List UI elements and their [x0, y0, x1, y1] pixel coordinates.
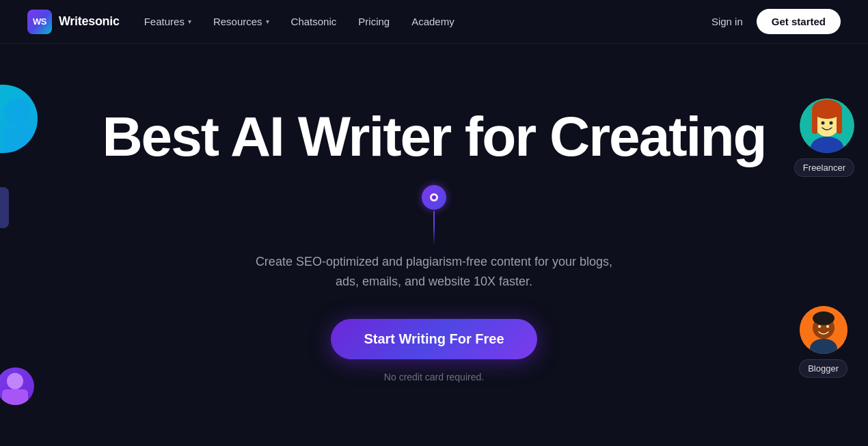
nav-item-pricing[interactable]: Pricing	[358, 16, 390, 27]
chevron-down-icon: ▾	[266, 18, 269, 25]
nav-right: Sign in Get started	[711, 9, 841, 34]
cursor-animation	[422, 185, 446, 245]
sign-in-button[interactable]: Sign in	[711, 16, 743, 27]
svg-point-17	[813, 311, 835, 325]
blogger-avatar-image	[800, 306, 847, 354]
svg-point-13	[830, 122, 833, 125]
navbar: WS Writesonic Features ▾ Resources ▾ Cha…	[0, 0, 868, 44]
get-started-button[interactable]: Get started	[757, 9, 841, 34]
svg-point-12	[822, 122, 825, 125]
svg-rect-11	[837, 113, 842, 134]
avatar-left-bottom	[0, 367, 34, 405]
blogger-face-svg	[800, 306, 847, 354]
svg-point-2	[7, 373, 23, 389]
avatar-blogger-group: Blogger	[799, 306, 847, 378]
cursor-svg-icon	[428, 191, 440, 204]
avatar-left-top	[0, 85, 38, 153]
nav-item-resources[interactable]: Resources ▾	[213, 16, 269, 27]
logo-icon: WS	[27, 10, 52, 34]
freelancer-avatar-image	[800, 98, 854, 153]
cursor-line	[433, 211, 435, 245]
nav-left: WS Writesonic Features ▾ Resources ▾ Cha…	[27, 10, 455, 34]
cta-button[interactable]: Start Writing For Free	[331, 319, 537, 359]
logo[interactable]: WS Writesonic	[27, 10, 120, 34]
svg-point-5	[432, 195, 436, 199]
chevron-down-icon: ▾	[188, 18, 191, 25]
left-avatar-illustration	[0, 85, 38, 153]
hero-subtitle: Create SEO-optimized and plagiarism-free…	[249, 252, 619, 292]
svg-point-0	[3, 98, 31, 126]
freelancer-face-svg	[800, 98, 854, 153]
blogger-label: Blogger	[799, 359, 847, 378]
nav-links: Features ▾ Resources ▾ Chatsonic Pricing…	[144, 16, 455, 27]
nav-item-chatsonic[interactable]: Chatsonic	[291, 16, 337, 27]
nav-item-features[interactable]: Features ▾	[144, 16, 191, 27]
cursor-icon	[422, 185, 446, 210]
svg-point-19	[826, 325, 829, 328]
svg-point-18	[818, 325, 821, 328]
logo-text: Writesonic	[59, 14, 120, 29]
hero-title: Best AI Writer for Creating	[102, 107, 765, 166]
left-bottom-avatar-illustration	[0, 367, 34, 405]
svg-rect-1	[3, 126, 31, 153]
freelancer-label: Freelancer	[794, 158, 854, 177]
svg-rect-10	[812, 113, 817, 134]
svg-rect-3	[2, 389, 28, 405]
nav-item-academy[interactable]: Academy	[411, 16, 455, 27]
no-credit-text: No credit card required.	[384, 372, 484, 382]
hero-section: Best AI Writer for Creating Create SEO-o…	[0, 44, 868, 446]
avatar-left-mid-decoration	[0, 187, 9, 228]
avatar-freelancer-group: Freelancer	[794, 98, 854, 177]
